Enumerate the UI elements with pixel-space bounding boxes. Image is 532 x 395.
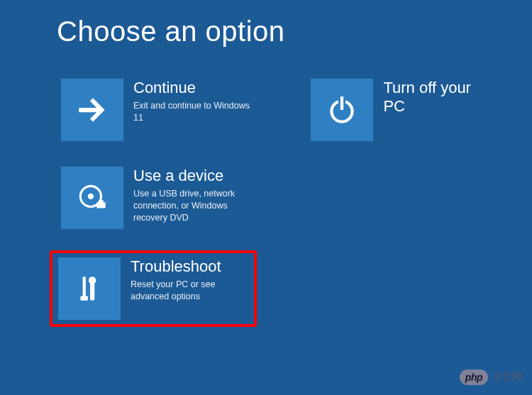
option-use-device-text: Use a device Use a USB drive, network co…: [133, 167, 253, 224]
options-column-left: Continue Exit and continue to Windows 11…: [57, 74, 257, 327]
recovery-options-screen: Choose an option Continue Exit and conti…: [0, 0, 532, 343]
svg-rect-9: [340, 96, 343, 109]
disc-usb-icon: [61, 167, 123, 229]
option-troubleshoot[interactable]: Troubleshoot Reset your PC or see advanc…: [50, 250, 257, 327]
option-continue-desc: Exit and continue to Windows 11: [133, 100, 253, 124]
svg-rect-5: [81, 296, 88, 300]
watermark-logo: php: [460, 369, 488, 385]
arrow-right-icon: [61, 79, 123, 141]
option-turn-off-title: Turn off your PC: [383, 79, 471, 116]
options-grid: Continue Exit and continue to Windows 11…: [57, 74, 475, 327]
option-turn-off[interactable]: Turn off your PC: [306, 74, 475, 145]
option-use-device-title: Use a device: [133, 167, 253, 185]
option-turn-off-text: Turn off your PC: [383, 79, 471, 119]
option-continue[interactable]: Continue Exit and continue to Windows 11: [57, 74, 257, 145]
watermark-label: 中文网: [492, 371, 522, 384]
svg-rect-2: [96, 202, 106, 208]
power-icon: [311, 79, 373, 141]
option-troubleshoot-text: Troubleshoot Reset your PC or see advanc…: [131, 257, 248, 303]
option-troubleshoot-title: Troubleshoot: [131, 257, 248, 276]
option-troubleshoot-desc: Reset your PC or see advanced options: [131, 279, 248, 303]
page-title: Choose an option: [57, 16, 475, 48]
options-column-right: Turn off your PC: [306, 74, 475, 327]
watermark-logo-text: php: [460, 369, 488, 385]
svg-rect-4: [83, 277, 86, 297]
option-use-device-desc: Use a USB drive, network connection, or …: [133, 188, 253, 224]
option-continue-title: Continue: [133, 79, 253, 97]
svg-point-1: [88, 194, 94, 199]
svg-rect-3: [99, 200, 103, 203]
option-use-device[interactable]: Use a device Use a USB drive, network co…: [57, 162, 257, 233]
option-continue-text: Continue Exit and continue to Windows 11: [133, 79, 253, 124]
tools-icon: [58, 257, 121, 320]
watermark: php 中文网: [460, 369, 522, 385]
